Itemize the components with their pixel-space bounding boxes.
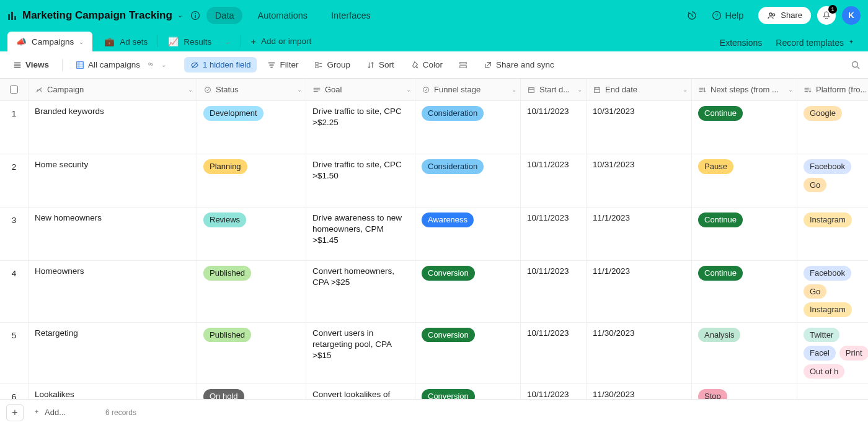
row-number[interactable]: 1 bbox=[0, 101, 29, 154]
chevron-down-icon[interactable]: ⌄ bbox=[683, 86, 688, 93]
cell-status[interactable]: On hold bbox=[197, 384, 306, 399]
cell-goal[interactable]: Drive traffic to site, CPC >$2.25 bbox=[306, 101, 415, 154]
cell-funnel[interactable]: Conversion bbox=[415, 384, 521, 399]
cell-start-date[interactable]: 10/11/2023 bbox=[521, 154, 587, 208]
grid-area[interactable]: Campaign⌄Status⌄Goal⌄Funnel stage⌄Start … bbox=[0, 79, 868, 399]
cell-platform[interactable]: Instagram bbox=[797, 208, 868, 261]
cell-funnel[interactable]: Conversion bbox=[415, 323, 521, 385]
cell-goal[interactable]: Drive traffic to site, CPC >$1.50 bbox=[306, 154, 415, 208]
cell-start-date[interactable]: 10/11/2023 bbox=[521, 208, 587, 261]
column-header-status[interactable]: Status⌄ bbox=[197, 79, 306, 101]
views-button[interactable]: Views bbox=[7, 57, 55, 72]
cell-goal[interactable]: Drive awareness to new homeowners, CPM >… bbox=[306, 208, 415, 261]
cell-end-date[interactable]: 11/30/2023 bbox=[587, 323, 692, 385]
cell-start-date[interactable]: 10/11/2023 bbox=[521, 384, 587, 399]
cell-next-steps[interactable]: Analysis bbox=[692, 323, 797, 385]
cell-start-date[interactable]: 10/11/2023 bbox=[521, 323, 587, 385]
extensions-link[interactable]: Extensions bbox=[720, 38, 762, 48]
cell-goal[interactable]: Convert users in retargeting pool, CPA >… bbox=[306, 323, 415, 385]
notifications-button[interactable]: 1 bbox=[817, 6, 836, 25]
tab-campaigns[interactable]: 📣 Campaigns ⌄ bbox=[7, 32, 92, 51]
info-icon[interactable] bbox=[190, 11, 200, 20]
chevron-down-icon[interactable]: ⌄ bbox=[161, 61, 166, 68]
chevron-down-icon[interactable]: ⌄ bbox=[512, 86, 516, 93]
cell-status[interactable]: Published bbox=[197, 323, 306, 385]
cell-campaign[interactable]: Homeowners bbox=[29, 261, 197, 323]
cell-next-steps[interactable]: Continue bbox=[692, 101, 797, 154]
cell-funnel[interactable]: Conversion bbox=[415, 261, 521, 323]
search-icon[interactable] bbox=[851, 60, 861, 70]
base-title-wrap[interactable]: Marketing Campaign Tracking ⌄ bbox=[7, 9, 200, 22]
nav-automations[interactable]: Automations bbox=[249, 7, 316, 24]
cell-funnel[interactable]: Consideration bbox=[415, 154, 521, 208]
sort-button[interactable]: Sort bbox=[361, 57, 400, 72]
row-height-button[interactable] bbox=[453, 58, 473, 72]
cell-platform[interactable]: FacebookGoInstagram bbox=[797, 261, 868, 323]
group-button[interactable]: Group bbox=[309, 57, 356, 72]
cell-end-date[interactable]: 10/31/2023 bbox=[587, 101, 692, 154]
chevron-down-icon[interactable]: ⌄ bbox=[79, 38, 84, 45]
chevron-down-icon[interactable]: ⌄ bbox=[788, 86, 793, 93]
cell-end-date[interactable]: 10/31/2023 bbox=[587, 154, 692, 208]
column-header-platform[interactable]: Platform (fro...⌄ bbox=[797, 79, 868, 101]
help-button[interactable]: ? Help bbox=[703, 7, 752, 24]
column-header-next[interactable]: Next steps (from ...⌄ bbox=[692, 79, 797, 101]
cell-status[interactable]: Reviews bbox=[197, 208, 306, 261]
cell-next-steps[interactable]: Continue bbox=[692, 208, 797, 261]
chevron-down-icon[interactable]: ⌄ bbox=[225, 38, 230, 45]
add-menu-button[interactable]: Add... bbox=[32, 408, 66, 417]
cell-platform[interactable]: FacebookGo bbox=[797, 154, 868, 208]
user-avatar[interactable]: K bbox=[842, 6, 861, 25]
chevron-down-icon[interactable]: ⌄ bbox=[406, 86, 411, 93]
record-templates-link[interactable]: Record templates bbox=[776, 38, 856, 48]
row-number[interactable]: 2 bbox=[0, 154, 29, 208]
cell-campaign[interactable]: Lookalikes bbox=[29, 384, 197, 399]
cell-status[interactable]: Planning bbox=[197, 154, 306, 208]
cell-campaign[interactable]: Retargeting bbox=[29, 323, 197, 385]
chevron-down-icon[interactable]: ⌄ bbox=[297, 86, 302, 93]
add-table-button[interactable]: + Add or import bbox=[242, 31, 320, 51]
chevron-down-icon[interactable]: ⌄ bbox=[188, 86, 193, 93]
cell-next-steps[interactable]: Continue bbox=[692, 261, 797, 323]
cell-goal[interactable]: Convert homeowners, CPA >$25 bbox=[306, 261, 415, 323]
current-view[interactable]: All campaigns ⌄ bbox=[70, 57, 172, 72]
cell-end-date[interactable]: 11/30/2023 bbox=[587, 384, 692, 399]
column-header-campaign[interactable]: Campaign⌄ bbox=[29, 79, 197, 101]
cell-next-steps[interactable]: Pause bbox=[692, 154, 797, 208]
cell-end-date[interactable]: 11/1/2023 bbox=[587, 261, 692, 323]
cell-platform[interactable] bbox=[797, 384, 868, 399]
history-icon[interactable] bbox=[687, 11, 697, 20]
column-header-end[interactable]: End date⌄ bbox=[587, 79, 692, 101]
color-button[interactable]: Color bbox=[405, 57, 448, 72]
cell-funnel[interactable]: Consideration bbox=[415, 101, 521, 154]
tab-results[interactable]: 📈 Results ⌄ bbox=[159, 32, 239, 51]
cell-goal[interactable]: Convert lookalikes of high-value purchas… bbox=[306, 384, 415, 399]
cell-campaign[interactable]: Home security bbox=[29, 154, 197, 208]
cell-campaign[interactable]: New homeowners bbox=[29, 208, 197, 261]
hidden-fields-button[interactable]: 1 hidden field bbox=[184, 57, 257, 72]
cell-platform[interactable]: Google bbox=[797, 101, 868, 154]
select-all-checkbox[interactable] bbox=[0, 79, 29, 101]
column-header-goal[interactable]: Goal⌄ bbox=[306, 79, 415, 101]
chevron-down-icon[interactable]: ⌄ bbox=[577, 86, 582, 93]
cell-start-date[interactable]: 10/11/2023 bbox=[521, 101, 587, 154]
cell-campaign[interactable]: Branded keywords bbox=[29, 101, 197, 154]
share-sync-button[interactable]: Share and sync bbox=[478, 57, 560, 72]
row-number[interactable]: 6 bbox=[0, 384, 29, 399]
cell-start-date[interactable]: 10/11/2023 bbox=[521, 261, 587, 323]
row-number[interactable]: 5 bbox=[0, 323, 29, 385]
nav-data[interactable]: Data bbox=[206, 7, 243, 24]
filter-button[interactable]: Filter bbox=[262, 57, 304, 72]
column-header-funnel[interactable]: Funnel stage⌄ bbox=[415, 79, 521, 101]
cell-status[interactable]: Development bbox=[197, 101, 306, 154]
row-number[interactable]: 4 bbox=[0, 261, 29, 323]
column-header-start[interactable]: Start d...⌄ bbox=[521, 79, 587, 101]
cell-platform[interactable]: TwitterFacelPrintOut of h bbox=[797, 323, 868, 385]
nav-interfaces[interactable]: Interfaces bbox=[322, 7, 379, 24]
chevron-down-icon[interactable]: ⌄ bbox=[177, 11, 183, 19]
cell-end-date[interactable]: 11/1/2023 bbox=[587, 208, 692, 261]
row-number[interactable]: 3 bbox=[0, 208, 29, 261]
cell-next-steps[interactable]: Stop bbox=[692, 384, 797, 399]
tab-adsets[interactable]: 💼 Ad sets bbox=[95, 32, 156, 51]
cell-status[interactable]: Published bbox=[197, 261, 306, 323]
